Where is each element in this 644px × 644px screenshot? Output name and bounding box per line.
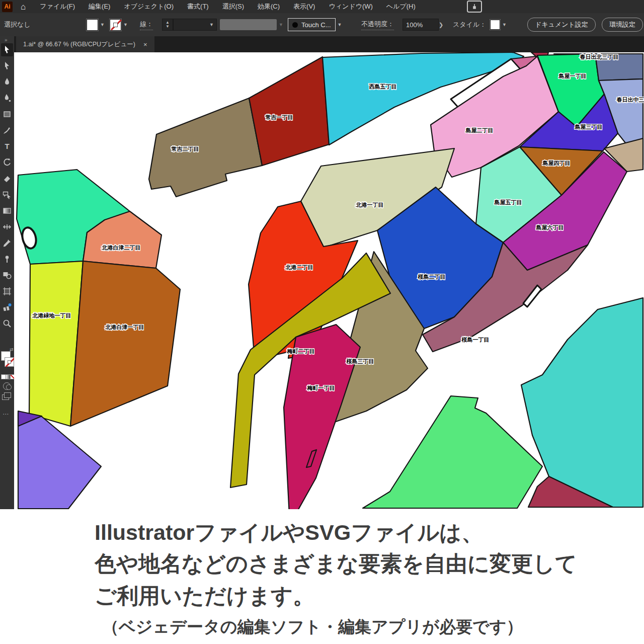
paintbrush-tool[interactable]: [1, 124, 13, 137]
illustrator-logo-icon[interactable]: Ai: [2, 2, 13, 12]
region-south-green[interactable]: [363, 396, 542, 508]
menu-bar: Ai ⌂ ファイル(F) 編集(E) オブジェクト(O) 書式(T) 選択(S)…: [0, 0, 644, 13]
chevron-down-icon: ▼: [279, 22, 283, 27]
stroke-weight-label[interactable]: 線：: [140, 20, 153, 30]
map-label: 春日出北三丁目: [580, 54, 619, 60]
selection-tool[interactable]: [1, 43, 13, 56]
map-artwork: 常吉二丁目 常吉一丁目 西島五丁目 島屋二丁目 島屋一丁目 春日出北三丁目 春日…: [14, 52, 644, 509]
tools-panel: » T ⇄ ⋯: [0, 36, 14, 509]
map-label: 桜島二丁目: [418, 274, 446, 280]
screen-mode-icon[interactable]: [2, 394, 9, 400]
artboard-tool[interactable]: [1, 285, 13, 298]
chevron-down-icon: ▼: [209, 22, 214, 27]
preferences-button[interactable]: 環境設定: [602, 18, 643, 32]
stroke-indicator[interactable]: [5, 357, 14, 367]
shaper-tool[interactable]: [1, 188, 13, 201]
opacity-input[interactable]: [403, 19, 439, 31]
fill-color-swatch[interactable]: [87, 19, 98, 31]
chevron-down-icon[interactable]: ▼: [338, 22, 342, 27]
gradient-tool[interactable]: [1, 204, 13, 217]
variable-width-dropdown[interactable]: [220, 19, 277, 30]
stroke-weight-dropdown[interactable]: ▼: [173, 19, 217, 31]
control-bar: 選択なし ▼ ▼ 線： ▲▼ ▼ ▼ Touch C... ▼ 不透明度： ❯ …: [0, 13, 644, 37]
draw-mode-icon[interactable]: [3, 382, 11, 390]
region-tsuneyoshi-1[interactable]: [249, 57, 329, 166]
map-label: 北港緑地一丁目: [32, 312, 71, 318]
map-label: 梅町二丁目: [287, 348, 315, 354]
home-icon[interactable]: ⌂: [21, 3, 26, 11]
zoom-tool[interactable]: [1, 317, 13, 330]
menu-window[interactable]: ウィンドウ(W): [329, 2, 372, 11]
document-setup-button[interactable]: ドキュメント設定: [527, 18, 596, 32]
document-tab[interactable]: 1.ai* @ 66.67 % (RGB/CPUプレビュー) ×: [16, 36, 154, 52]
more-tools-icon[interactable]: ⋯: [3, 411, 9, 418]
menu-edit[interactable]: 編集(E): [89, 2, 110, 11]
style-swatch[interactable]: [490, 20, 500, 30]
map-label: 桜島一丁目: [461, 337, 490, 343]
map-label: 島屋五丁目: [494, 199, 522, 205]
rotate-tool[interactable]: [1, 156, 13, 169]
close-icon[interactable]: ×: [143, 41, 147, 48]
map-label: 島屋三丁目: [575, 124, 603, 130]
eraser-tool[interactable]: [1, 172, 13, 185]
artboard-canvas[interactable]: 常吉二丁目 常吉一丁目 西島五丁目 島屋二丁目 島屋一丁目 春日出北三丁目 春日…: [14, 52, 644, 509]
menu-type[interactable]: 書式(T): [187, 2, 209, 11]
caption-line-1: IllustratorファイルやSVGファイルは、: [95, 518, 483, 547]
pen-tool[interactable]: [1, 75, 13, 89]
map-label: 北港白津一丁目: [105, 324, 144, 330]
panel-collapse-icon[interactable]: »: [5, 37, 8, 43]
caption-line-3: ご利用いただけます。: [95, 582, 314, 611]
document-tab-title: 1.ai* @ 66.67 % (RGB/CPUプレビュー): [23, 40, 135, 49]
stroke-weight-stepper[interactable]: ▲▼: [162, 19, 173, 31]
menu-effect[interactable]: 効果(C): [258, 2, 280, 11]
region-teal[interactable]: [521, 298, 643, 507]
map-label: 北港一丁目: [356, 202, 384, 208]
caption-line-4: （ベジェデータの編集ソフト・編集アプリが必要です）: [102, 616, 523, 638]
map-label: 島屋六丁目: [536, 224, 564, 231]
map-label: 常吉一丁目: [266, 114, 293, 120]
region-tsuneyoshi-2[interactable]: [149, 98, 262, 197]
document-tab-bar: 1.ai* @ 66.67 % (RGB/CPUプレビュー) ×: [14, 36, 644, 53]
curvature-tool[interactable]: [1, 92, 13, 105]
menu-select[interactable]: 選択(S): [222, 2, 244, 11]
region-hokko-shiratsu-1[interactable]: [70, 261, 180, 426]
map-label: 桜島三丁目: [346, 358, 374, 364]
width-tool[interactable]: [1, 220, 13, 233]
map-label: 常吉二丁目: [172, 146, 199, 152]
chevron-down-icon[interactable]: ▼: [502, 22, 507, 27]
map-label: 梅町一丁目: [307, 385, 335, 391]
fill-chevron-down-icon[interactable]: ▼: [100, 22, 105, 27]
type-tool[interactable]: T: [1, 140, 13, 153]
brush-dot-icon: [292, 22, 298, 28]
opacity-expand-icon[interactable]: ❯: [439, 13, 443, 36]
direct-selection-tool[interactable]: [1, 59, 13, 72]
map-label: 北港白津二丁目: [102, 245, 141, 251]
menu-file[interactable]: ファイル(F): [40, 2, 75, 11]
map-label: 春日出中三: [616, 97, 644, 103]
graph-tool[interactable]: [1, 301, 13, 314]
map-label: 島屋一丁目: [558, 73, 587, 79]
brush-dropdown[interactable]: Touch C...: [288, 18, 336, 31]
shape-builder-tool[interactable]: [1, 269, 13, 282]
rectangle-tool[interactable]: [1, 108, 13, 121]
menu-items: ファイル(F) 編集(E) オブジェクト(O) 書式(T) 選択(S) 効果(C…: [40, 2, 416, 11]
opacity-label[interactable]: 不透明度：: [361, 20, 394, 30]
selection-status: 選択なし: [4, 13, 31, 36]
caption-line-2: 色や地名などのさまざまな要素を自由に変更して: [95, 549, 577, 579]
map-label: 島屋二丁目: [465, 127, 494, 133]
menu-view[interactable]: 表示(V): [293, 2, 315, 11]
style-label: スタイル：: [453, 13, 486, 36]
svg-text:T: T: [5, 142, 9, 150]
stroke-color-swatch[interactable]: [110, 19, 121, 31]
puppet-warp-tool[interactable]: [1, 253, 13, 266]
menu-object[interactable]: オブジェクト(O): [124, 2, 174, 11]
menu-help[interactable]: ヘルプ(H): [386, 2, 416, 11]
map-label: 島屋四丁目: [542, 160, 571, 166]
region-purple[interactable]: [18, 413, 101, 509]
map-label: 西島五丁目: [369, 84, 397, 90]
eyedropper-tool[interactable]: [1, 236, 13, 250]
touch-workspace-icon[interactable]: [467, 1, 482, 13]
map-label: 北港二丁目: [285, 264, 313, 270]
stroke-chevron-down-icon[interactable]: ▼: [123, 22, 128, 27]
